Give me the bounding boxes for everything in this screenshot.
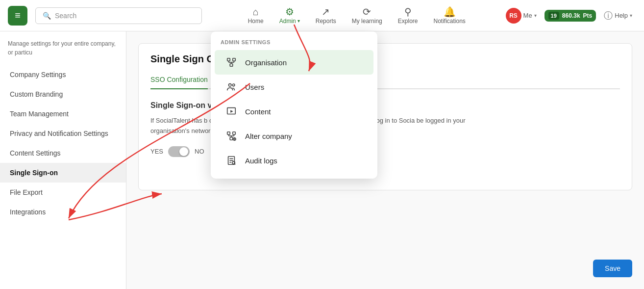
alter-company-label: Alter company — [245, 132, 292, 140]
svg-rect-0 — [227, 58, 230, 61]
avatar: RS — [506, 8, 521, 24]
dropdown-item-alter-company[interactable]: Alter company — [215, 124, 373, 148]
dropdown-item-users[interactable]: Users — [215, 75, 373, 99]
reports-icon: ↗ — [322, 7, 330, 17]
search-placeholder: Search — [55, 12, 76, 20]
content-icon — [224, 105, 238, 118]
sidebar: Manage settings for your entire company,… — [0, 31, 126, 289]
svg-rect-11 — [227, 132, 230, 135]
help-button[interactable]: ⓘ Help ▾ — [600, 8, 636, 24]
logo[interactable]: ≡ — [8, 6, 27, 26]
sidebar-item-single-sign-on[interactable]: Single Sign-on — [0, 163, 126, 183]
svg-rect-12 — [233, 132, 236, 135]
pts-label: Pts — [583, 12, 593, 19]
sidebar-item-integrations[interactable]: Integrations — [0, 202, 126, 222]
sidebar-item-file-export[interactable]: File Export — [0, 183, 126, 202]
pts-badge[interactable]: 19 860.3k Pts — [545, 10, 596, 22]
me-button[interactable]: RS Me ▾ — [502, 6, 541, 26]
header: ≡ 🔍 Search ⌂ Home ⚙ Admin ▾ ↗ Reports ⟳ … — [0, 0, 644, 31]
search-icon: 🔍 — [43, 12, 51, 20]
help-circle-icon: ⓘ — [604, 10, 613, 22]
admin-icon: ⚙ — [285, 7, 294, 17]
main-content: Single Sign On SSO Configuration Single … — [126, 31, 644, 289]
users-label: Users — [245, 83, 264, 91]
svg-rect-2 — [230, 64, 233, 67]
notifications-icon: 🔔 — [444, 7, 456, 17]
sidebar-item-team-management[interactable]: Team Management — [0, 104, 126, 124]
logo-icon: ≡ — [15, 10, 21, 21]
me-chevron-icon: ▾ — [534, 13, 537, 18]
tab-sso-config[interactable]: SSO Configuration — [150, 71, 208, 89]
audit-logs-label: Audit logs — [245, 157, 277, 165]
nav-label-notifications: Notifications — [433, 18, 465, 25]
sidebar-description: Manage settings for your entire company,… — [0, 39, 126, 65]
sidebar-item-company-settings[interactable]: Company Settings — [0, 65, 126, 84]
help-chevron-icon: ▾ — [630, 13, 632, 18]
organisation-label: Organisation — [245, 58, 287, 67]
nav-item-home[interactable]: ⌂ Home — [241, 3, 271, 28]
sso-toggle[interactable] — [168, 146, 190, 157]
explore-icon: ⚲ — [404, 7, 412, 17]
svg-marker-10 — [230, 110, 233, 113]
nav-label-explore: Explore — [398, 18, 418, 25]
nav-label-admin: Admin ▾ — [279, 18, 300, 25]
svg-point-7 — [229, 84, 232, 87]
alter-company-icon — [224, 129, 238, 143]
me-label: Me — [523, 12, 532, 19]
svg-point-8 — [232, 84, 235, 86]
svg-rect-1 — [233, 58, 236, 61]
admin-dropdown: Admin Settings Organisation Users — [211, 31, 377, 179]
organisation-icon — [224, 55, 238, 69]
users-icon — [224, 80, 238, 94]
header-right: RS Me ▾ 19 860.3k Pts ⓘ Help ▾ — [502, 6, 636, 26]
nav-label-home: Home — [248, 18, 264, 25]
nav-item-admin[interactable]: ⚙ Admin ▾ — [272, 3, 307, 28]
content-label: Content — [245, 107, 271, 116]
nav-item-notifications[interactable]: 🔔 Notifications — [426, 3, 472, 28]
sidebar-item-custom-branding[interactable]: Custom Branding — [0, 84, 126, 104]
svg-rect-13 — [230, 137, 233, 140]
help-label: Help — [615, 12, 628, 19]
nav-item-explore[interactable]: ⚲ Explore — [391, 3, 425, 28]
dropdown-item-audit-logs[interactable]: Audit logs — [215, 148, 373, 173]
sidebar-item-content-settings[interactable]: Content Settings — [0, 143, 126, 163]
nav-label-reports: Reports — [316, 18, 336, 25]
pts-value: 860.3k — [562, 12, 580, 19]
mylearning-icon: ⟳ — [363, 7, 371, 17]
nav-label-mylearning: My learning — [352, 18, 382, 25]
nav-item-reports[interactable]: ↗ Reports — [309, 3, 343, 28]
home-icon: ⌂ — [253, 7, 259, 17]
search-bar[interactable]: 🔍 Search — [35, 7, 202, 24]
toggle-knob — [179, 147, 188, 156]
pts-rank: 19 — [548, 12, 559, 20]
save-button[interactable]: Save — [593, 260, 632, 277]
toggle-no-label: NO — [195, 148, 204, 155]
dropdown-item-organisation[interactable]: Organisation — [215, 50, 373, 75]
toggle-yes-label: YES — [150, 148, 163, 155]
svg-line-26 — [235, 164, 235, 164]
dropdown-section-label: Admin Settings — [211, 39, 377, 50]
audit-logs-icon — [224, 154, 238, 167]
nav-item-mylearning[interactable]: ⟳ My learning — [345, 3, 389, 28]
sidebar-item-privacy-notification[interactable]: Privacy and Notification Settings — [0, 124, 126, 143]
nav: ⌂ Home ⚙ Admin ▾ ↗ Reports ⟳ My learning… — [212, 3, 502, 28]
dropdown-item-content[interactable]: Content — [215, 99, 373, 124]
